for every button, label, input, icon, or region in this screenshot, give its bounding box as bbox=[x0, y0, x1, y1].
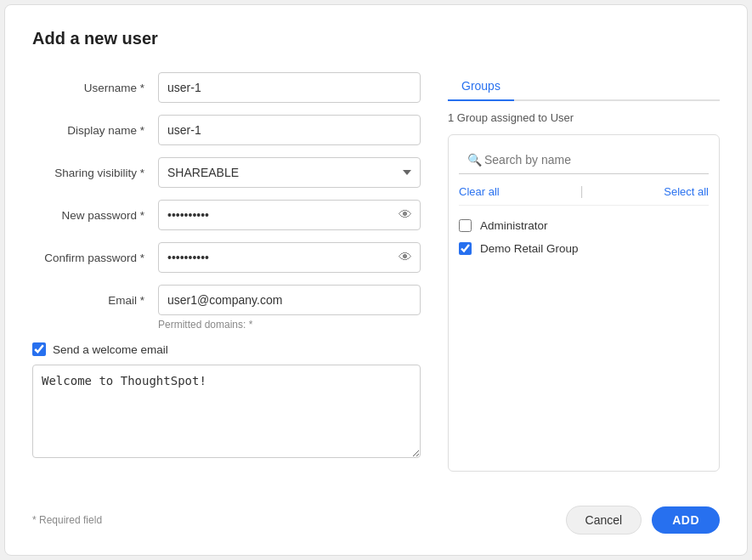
form-left-column: Username * Display name * Sharing visibi… bbox=[32, 72, 421, 472]
group-checkbox-administrator[interactable] bbox=[459, 219, 472, 232]
cancel-button[interactable]: Cancel bbox=[566, 506, 642, 535]
footer-buttons: Cancel ADD bbox=[566, 506, 720, 535]
sharing-select[interactable]: SHAREABLE NOT SHAREABLE bbox=[158, 157, 421, 188]
select-all-button[interactable]: Select all bbox=[664, 185, 709, 198]
confirm-password-wrap: 👁 bbox=[158, 242, 421, 273]
dialog-body: Username * Display name * Sharing visibi… bbox=[32, 72, 720, 472]
display-name-row: Display name * bbox=[32, 115, 421, 145]
group-actions: Clear all | Select all bbox=[459, 184, 709, 206]
clear-all-button[interactable]: Clear all bbox=[459, 185, 500, 198]
display-name-label: Display name * bbox=[32, 124, 158, 137]
sharing-label: Sharing visibility * bbox=[32, 167, 158, 179]
username-row: Username * bbox=[32, 72, 421, 103]
confirm-password-input[interactable] bbox=[158, 242, 421, 273]
email-section: Email * Permitted domains: * bbox=[32, 285, 421, 331]
dialog-footer: * Required field Cancel ADD bbox=[32, 492, 720, 535]
add-user-dialog: Add a new user Username * Display name *… bbox=[4, 4, 748, 556]
welcome-email-row: Send a welcome email bbox=[32, 342, 421, 356]
confirm-password-row: Confirm password * 👁 bbox=[32, 242, 421, 273]
group-item-demo-retail: Demo Retail Group bbox=[459, 237, 709, 260]
form-right-column: Groups 1 Group assigned to User 🔍 Clear … bbox=[448, 72, 720, 472]
group-checkbox-demo-retail[interactable] bbox=[459, 242, 472, 255]
password-input[interactable] bbox=[158, 200, 421, 230]
username-input[interactable] bbox=[158, 72, 421, 103]
tabs-row: Groups bbox=[448, 72, 720, 101]
welcome-email-label[interactable]: Send a welcome email bbox=[32, 342, 168, 356]
welcome-message-textarea[interactable]: Welcome to ThoughtSpot! bbox=[32, 365, 421, 458]
tab-groups[interactable]: Groups bbox=[448, 72, 514, 101]
welcome-email-checkbox[interactable] bbox=[32, 342, 46, 356]
groups-search-input[interactable] bbox=[459, 145, 709, 174]
confirm-password-toggle-icon[interactable]: 👁 bbox=[399, 250, 412, 265]
password-wrap: 👁 bbox=[158, 200, 421, 230]
search-wrap: 🔍 bbox=[459, 145, 709, 174]
email-label: Email * bbox=[32, 294, 158, 307]
groups-assigned-count: 1 Group assigned to User bbox=[448, 111, 720, 124]
sharing-row: Sharing visibility * SHAREABLE NOT SHARE… bbox=[32, 157, 421, 188]
action-separator: | bbox=[580, 184, 584, 198]
email-input[interactable] bbox=[158, 285, 421, 315]
username-label: Username * bbox=[32, 82, 158, 94]
email-row: Email * bbox=[32, 285, 421, 315]
add-button[interactable]: ADD bbox=[652, 506, 720, 534]
password-label: New password * bbox=[32, 209, 158, 222]
group-item-administrator: Administrator bbox=[459, 214, 709, 237]
welcome-email-text: Send a welcome email bbox=[53, 343, 168, 356]
groups-box: 🔍 Clear all | Select all Administrator D… bbox=[448, 134, 720, 472]
group-name-demo-retail: Demo Retail Group bbox=[480, 242, 579, 255]
permitted-domains-text: Permitted domains: * bbox=[158, 319, 421, 331]
group-name-administrator: Administrator bbox=[480, 219, 548, 232]
required-note: * Required field bbox=[32, 514, 102, 526]
password-toggle-icon[interactable]: 👁 bbox=[399, 207, 412, 223]
password-row: New password * 👁 bbox=[32, 200, 421, 230]
display-name-input[interactable] bbox=[158, 115, 421, 145]
search-icon: 🔍 bbox=[467, 153, 482, 167]
dialog-title: Add a new user bbox=[32, 29, 720, 48]
confirm-password-label: Confirm password * bbox=[32, 252, 158, 264]
